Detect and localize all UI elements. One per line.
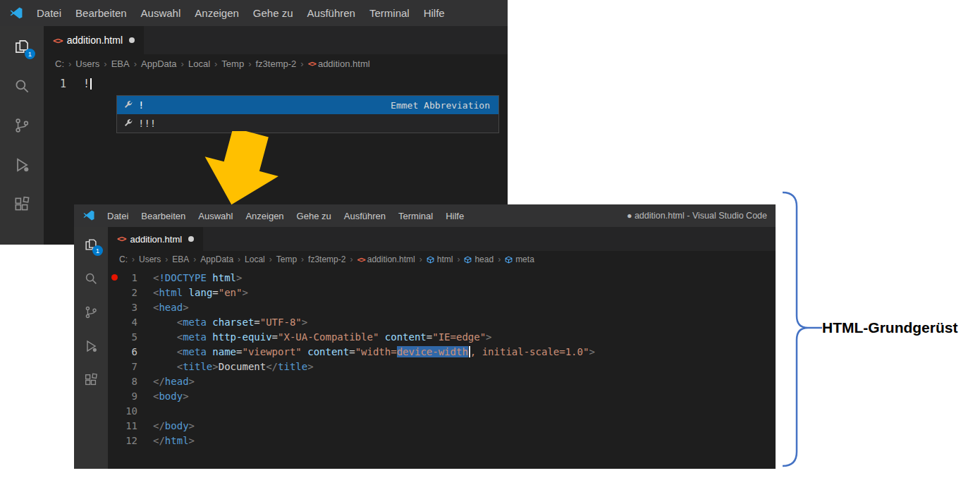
breadcrumb-item-fz3temp-2[interactable]: fz3temp-2 bbox=[255, 59, 298, 69]
suggestion-detail: Emmet Abbreviation bbox=[391, 100, 493, 111]
menu-bar: DateiBearbeitenAuswahlAnzeigenGehe zuAus… bbox=[0, 0, 508, 26]
menu-datei[interactable]: Datei bbox=[101, 211, 135, 221]
breadcrumb-item-c-[interactable]: C: bbox=[54, 59, 66, 69]
tab-label: addition.html bbox=[67, 35, 123, 46]
code-line-7[interactable]: 7 <title>Document</title> bbox=[108, 359, 776, 374]
code-area[interactable]: 1<!DOCTYPE html>2<html lang="en">3<head>… bbox=[108, 268, 776, 448]
run-debug-icon[interactable] bbox=[83, 338, 99, 354]
breadcrumb-item-fz3temp-2[interactable]: fz3temp-2 bbox=[307, 254, 347, 264]
breadcrumb-item-head[interactable]: head bbox=[463, 254, 495, 264]
menu-gehe-zu[interactable]: Gehe zu bbox=[246, 7, 300, 19]
breadcrumb-item-addition-html[interactable]: <>addition.html bbox=[307, 59, 372, 69]
code-token: content bbox=[307, 346, 349, 357]
menu-anzeigen[interactable]: Anzeigen bbox=[239, 211, 290, 221]
symbol-cube-icon bbox=[464, 256, 472, 264]
search-icon[interactable] bbox=[83, 271, 99, 286]
breakpoint-dot[interactable] bbox=[111, 274, 118, 281]
code-token: < bbox=[177, 346, 183, 357]
tab-addition-html[interactable]: <> addition.html bbox=[108, 227, 203, 251]
source-control-icon[interactable] bbox=[83, 305, 99, 320]
menu-ausführen[interactable]: Ausführen bbox=[338, 211, 392, 221]
breadcrumb-item-eba[interactable]: EBA bbox=[110, 59, 131, 69]
code-token bbox=[153, 331, 177, 343]
menu-datei[interactable]: Datei bbox=[30, 7, 68, 19]
suggestion-item[interactable]: !Emmet Abbreviation bbox=[117, 96, 498, 114]
code-line-3[interactable]: 3<head> bbox=[108, 300, 776, 314]
code-line-12[interactable]: 12</html> bbox=[108, 433, 776, 448]
code-line-4[interactable]: 4 <meta charset="UTF-8"> bbox=[108, 314, 776, 329]
code-line-5[interactable]: 5 <meta http-equiv="X-UA-Compatible" con… bbox=[108, 329, 776, 344]
extensions-icon[interactable] bbox=[13, 195, 31, 214]
breadcrumb-item-appdata[interactable]: AppData bbox=[199, 254, 235, 264]
code-token: > bbox=[242, 287, 247, 298]
code-line-11[interactable]: 11</body> bbox=[108, 418, 776, 433]
code-token: "X-UA-Compatible" bbox=[278, 331, 379, 343]
code-line-6[interactable]: 6 <meta name="viewport" content="width=d… bbox=[108, 344, 776, 359]
code-token: > bbox=[212, 361, 218, 372]
breadcrumb-item-temp[interactable]: Temp bbox=[220, 59, 245, 69]
breadcrumb-item-users[interactable]: Users bbox=[74, 59, 101, 69]
code-token: html bbox=[212, 272, 236, 283]
suggest-widget: !Emmet Abbreviation!!! bbox=[116, 95, 499, 133]
menu-gehe-zu[interactable]: Gehe zu bbox=[290, 211, 338, 221]
menu-anzeigen[interactable]: Anzeigen bbox=[188, 7, 246, 19]
breadcrumb-item-temp[interactable]: Temp bbox=[275, 254, 298, 264]
html-file-icon: <> bbox=[308, 59, 316, 68]
code-line-8[interactable]: 8</head> bbox=[108, 374, 776, 388]
code-token: "IE=edge" bbox=[432, 331, 486, 343]
menu-auswahl[interactable]: Auswahl bbox=[134, 7, 188, 19]
code-token: head bbox=[165, 376, 189, 387]
breadcrumb-item-meta[interactable]: meta bbox=[503, 254, 536, 264]
menu-terminal[interactable]: Terminal bbox=[392, 211, 439, 221]
code-line-1[interactable]: 1<!DOCTYPE html> bbox=[108, 270, 776, 285]
code-line-1[interactable]: 1! bbox=[44, 76, 508, 92]
code-token: < bbox=[153, 302, 159, 313]
code-token bbox=[302, 346, 307, 357]
code-line-9[interactable]: 9<body> bbox=[108, 388, 776, 403]
code-token: > bbox=[189, 376, 195, 387]
breadcrumb-item-addition-html[interactable]: <>addition.html bbox=[355, 254, 416, 264]
breadcrumb-item-appdata[interactable]: AppData bbox=[140, 59, 178, 69]
code-token: body bbox=[165, 420, 189, 431]
tab-label: addition.html bbox=[130, 234, 182, 245]
menu-bearbeiten[interactable]: Bearbeiten bbox=[68, 7, 134, 19]
tab-bar: <> addition.html bbox=[44, 26, 508, 54]
menu-ausführen[interactable]: Ausführen bbox=[300, 7, 362, 19]
explorer-icon[interactable]: 1 bbox=[13, 37, 31, 56]
source-control-icon[interactable] bbox=[13, 116, 31, 135]
code-token: < bbox=[177, 317, 183, 328]
breadcrumb: C:›Users›EBA›AppData›Local›Temp›fz3temp-… bbox=[44, 54, 508, 73]
code-token: > bbox=[189, 420, 195, 431]
search-icon[interactable] bbox=[13, 77, 31, 95]
menu-bearbeiten[interactable]: Bearbeiten bbox=[135, 211, 192, 221]
menu-hilfe[interactable]: Hilfe bbox=[439, 211, 470, 221]
breadcrumb-item-local[interactable]: Local bbox=[243, 254, 267, 264]
code-line-10[interactable]: 10 bbox=[108, 403, 776, 418]
code-token: !DOCTYPE bbox=[159, 272, 206, 283]
code-token: lang bbox=[189, 287, 213, 298]
menu-hilfe[interactable]: Hilfe bbox=[417, 7, 452, 19]
menu-terminal[interactable]: Terminal bbox=[362, 7, 417, 19]
chevron-right-icon: › bbox=[131, 59, 140, 69]
line-number: 1 bbox=[121, 272, 137, 283]
explorer-icon[interactable]: 1 bbox=[83, 237, 99, 252]
chevron-right-icon: › bbox=[298, 254, 307, 264]
menu-auswahl[interactable]: Auswahl bbox=[192, 211, 239, 221]
suggestion-item[interactable]: !!! bbox=[117, 114, 498, 133]
line-number: 6 bbox=[121, 346, 137, 357]
extensions-icon[interactable] bbox=[83, 372, 99, 388]
code-line-2[interactable]: 2<html lang="en"> bbox=[108, 285, 776, 300]
chevron-right-icon: › bbox=[454, 254, 463, 264]
code-token bbox=[153, 361, 177, 372]
breadcrumb-item-eba[interactable]: EBA bbox=[171, 254, 190, 264]
gutter[interactable] bbox=[108, 274, 121, 281]
breadcrumb-item-users[interactable]: Users bbox=[137, 254, 162, 264]
breadcrumb-item-local[interactable]: Local bbox=[187, 59, 212, 69]
code-token: </ bbox=[266, 361, 278, 372]
breadcrumb-item-html[interactable]: html bbox=[425, 254, 455, 264]
breadcrumb-item-c-[interactable]: C: bbox=[118, 254, 129, 264]
tab-addition-html[interactable]: <> addition.html bbox=[44, 26, 144, 54]
editor-1[interactable]: 1! bbox=[44, 73, 508, 92]
run-debug-icon[interactable] bbox=[13, 156, 31, 174]
unsaved-dot bbox=[188, 236, 194, 242]
